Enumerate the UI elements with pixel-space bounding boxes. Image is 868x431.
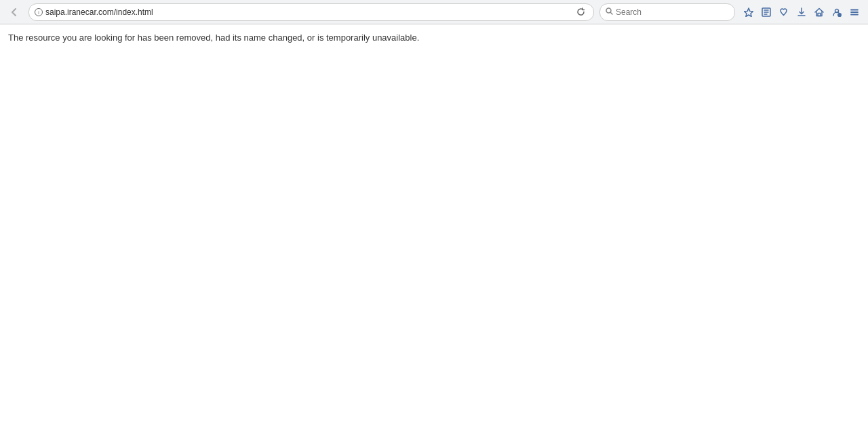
svg-text:i: i (38, 10, 39, 15)
browser-chrome: i (0, 0, 868, 24)
search-bar-container[interactable] (599, 3, 735, 21)
back-button[interactable] (5, 5, 23, 20)
menu-button[interactable] (846, 5, 863, 20)
error-message: The resource you are looking for has bee… (8, 31, 860, 45)
bookmark-button[interactable] (741, 5, 757, 20)
reading-view-button[interactable] (758, 5, 774, 20)
downloads-button[interactable] (793, 5, 810, 20)
search-icon (606, 7, 613, 16)
home-button[interactable] (811, 5, 827, 20)
address-bar-container[interactable]: i (28, 3, 594, 21)
page-content: The resource you are looking for has bee… (0, 24, 868, 52)
toolbar-icons: 0 (741, 5, 863, 20)
svg-line-3 (611, 13, 613, 15)
svg-rect-11 (818, 13, 821, 16)
svg-point-2 (606, 8, 611, 13)
address-input[interactable] (45, 7, 571, 17)
profile-button[interactable]: 0 (829, 5, 845, 20)
svg-marker-4 (745, 8, 753, 17)
info-icon: i (35, 8, 43, 16)
favorites-button[interactable] (776, 5, 792, 20)
search-input[interactable] (616, 7, 729, 17)
reload-button[interactable] (574, 6, 588, 18)
